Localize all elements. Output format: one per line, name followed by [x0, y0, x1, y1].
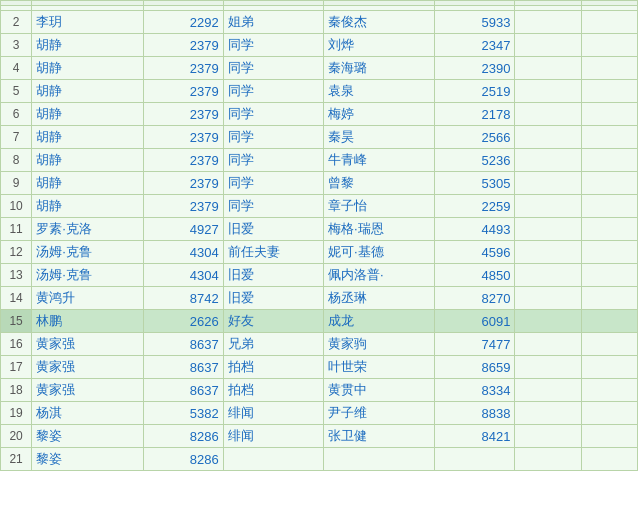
cell-subject[interactable]: 汤姆·克鲁	[32, 264, 143, 287]
cell-subject[interactable]: 黎姿	[32, 448, 143, 471]
cell-to-id[interactable]: 8270	[435, 287, 515, 310]
cell-to-id[interactable]: 4596	[435, 241, 515, 264]
cell-subject[interactable]: 黄家强	[32, 379, 143, 402]
table-row[interactable]: 9胡静2379同学曾黎5305	[1, 172, 638, 195]
cell-to-id[interactable]: 2347	[435, 34, 515, 57]
table-row[interactable]: 2李玥2292姐弟秦俊杰5933	[1, 11, 638, 34]
cell-from-id[interactable]: 8637	[143, 356, 223, 379]
cell-relation[interactable]: 旧爱	[223, 287, 323, 310]
cell-subject[interactable]: 胡静	[32, 172, 143, 195]
table-row[interactable]: 10胡静2379同学章子怡2259	[1, 195, 638, 218]
cell-relation[interactable]: 同学	[223, 195, 323, 218]
cell-subject[interactable]: 胡静	[32, 57, 143, 80]
cell-to-id[interactable]: 6091	[435, 310, 515, 333]
cell-from-id[interactable]: 2626	[143, 310, 223, 333]
cell-from-id[interactable]: 2379	[143, 126, 223, 149]
cell-object[interactable]: 黄家驹	[323, 333, 434, 356]
cell-relation[interactable]: 同学	[223, 57, 323, 80]
cell-relation[interactable]: 同学	[223, 126, 323, 149]
cell-to-id[interactable]: 5236	[435, 149, 515, 172]
cell-subject[interactable]: 胡静	[32, 126, 143, 149]
cell-to-id[interactable]: 5305	[435, 172, 515, 195]
cell-relation[interactable]: 绯闻	[223, 425, 323, 448]
cell-relation[interactable]: 旧爱	[223, 264, 323, 287]
cell-subject[interactable]: 黎姿	[32, 425, 143, 448]
cell-object[interactable]: 黄贯中	[323, 379, 434, 402]
cell-object[interactable]: 牛青峰	[323, 149, 434, 172]
cell-from-id[interactable]: 8286	[143, 425, 223, 448]
cell-to-id[interactable]: 8421	[435, 425, 515, 448]
cell-to-id[interactable]: 8838	[435, 402, 515, 425]
cell-from-id[interactable]: 8637	[143, 379, 223, 402]
cell-subject[interactable]: 罗素·克洛	[32, 218, 143, 241]
table-row[interactable]: 17黄家强8637拍档叶世荣8659	[1, 356, 638, 379]
table-row[interactable]: 3胡静2379同学刘烨2347	[1, 34, 638, 57]
table-row[interactable]: 7胡静2379同学秦昊2566	[1, 126, 638, 149]
cell-object[interactable]: 曾黎	[323, 172, 434, 195]
table-row[interactable]: 15林鹏2626好友成龙6091	[1, 310, 638, 333]
cell-subject[interactable]: 李玥	[32, 11, 143, 34]
cell-subject[interactable]: 汤姆·克鲁	[32, 241, 143, 264]
cell-from-id[interactable]: 8286	[143, 448, 223, 471]
cell-object[interactable]	[323, 448, 434, 471]
cell-object[interactable]: 妮可·基德	[323, 241, 434, 264]
table-row[interactable]: 12汤姆·克鲁4304前任夫妻妮可·基德4596	[1, 241, 638, 264]
cell-subject[interactable]: 杨淇	[32, 402, 143, 425]
cell-object[interactable]: 秦俊杰	[323, 11, 434, 34]
cell-object[interactable]: 秦昊	[323, 126, 434, 149]
cell-to-id[interactable]: 5933	[435, 11, 515, 34]
cell-from-id[interactable]: 2379	[143, 34, 223, 57]
cell-from-id[interactable]: 4304	[143, 241, 223, 264]
table-row[interactable]: 16黄家强8637兄弟黄家驹7477	[1, 333, 638, 356]
cell-subject[interactable]: 胡静	[32, 149, 143, 172]
table-row[interactable]: 4胡静2379同学秦海璐2390	[1, 57, 638, 80]
cell-from-id[interactable]: 8742	[143, 287, 223, 310]
cell-relation[interactable]	[223, 448, 323, 471]
cell-from-id[interactable]: 4304	[143, 264, 223, 287]
cell-object[interactable]: 成龙	[323, 310, 434, 333]
cell-from-id[interactable]: 8637	[143, 333, 223, 356]
cell-object[interactable]: 佩内洛普·	[323, 264, 434, 287]
cell-from-id[interactable]: 2379	[143, 172, 223, 195]
cell-object[interactable]: 梅婷	[323, 103, 434, 126]
cell-relation[interactable]: 同学	[223, 172, 323, 195]
cell-relation[interactable]: 同学	[223, 149, 323, 172]
cell-subject[interactable]: 胡静	[32, 80, 143, 103]
cell-subject[interactable]: 胡静	[32, 195, 143, 218]
cell-relation[interactable]: 同学	[223, 80, 323, 103]
cell-object[interactable]: 章子怡	[323, 195, 434, 218]
cell-to-id[interactable]: 7477	[435, 333, 515, 356]
cell-relation[interactable]: 同学	[223, 34, 323, 57]
cell-relation[interactable]: 拍档	[223, 356, 323, 379]
cell-to-id[interactable]: 2519	[435, 80, 515, 103]
cell-from-id[interactable]: 2379	[143, 80, 223, 103]
cell-subject[interactable]: 林鹏	[32, 310, 143, 333]
cell-from-id[interactable]: 2379	[143, 57, 223, 80]
table-row[interactable]: 8胡静2379同学牛青峰5236	[1, 149, 638, 172]
cell-from-id[interactable]: 2292	[143, 11, 223, 34]
cell-to-id[interactable]: 8334	[435, 379, 515, 402]
table-row[interactable]: 6胡静2379同学梅婷2178	[1, 103, 638, 126]
table-row[interactable]: 14黄鸿升8742旧爱杨丞琳8270	[1, 287, 638, 310]
cell-relation[interactable]: 好友	[223, 310, 323, 333]
cell-to-id[interactable]: 4850	[435, 264, 515, 287]
cell-subject[interactable]: 黄鸿升	[32, 287, 143, 310]
cell-subject[interactable]: 黄家强	[32, 356, 143, 379]
cell-subject[interactable]: 黄家强	[32, 333, 143, 356]
cell-to-id[interactable]: 8659	[435, 356, 515, 379]
cell-object[interactable]: 梅格·瑞恩	[323, 218, 434, 241]
cell-object[interactable]: 杨丞琳	[323, 287, 434, 310]
cell-from-id[interactable]: 2379	[143, 149, 223, 172]
table-row[interactable]: 11罗素·克洛4927旧爱梅格·瑞恩4493	[1, 218, 638, 241]
cell-object[interactable]: 刘烨	[323, 34, 434, 57]
cell-to-id[interactable]: 2566	[435, 126, 515, 149]
cell-object[interactable]: 秦海璐	[323, 57, 434, 80]
cell-relation[interactable]: 旧爱	[223, 218, 323, 241]
cell-to-id[interactable]: 2259	[435, 195, 515, 218]
cell-relation[interactable]: 前任夫妻	[223, 241, 323, 264]
cell-relation[interactable]: 绯闻	[223, 402, 323, 425]
table-row[interactable]: 18黄家强8637拍档黄贯中8334	[1, 379, 638, 402]
cell-object[interactable]: 袁泉	[323, 80, 434, 103]
cell-subject[interactable]: 胡静	[32, 34, 143, 57]
cell-object[interactable]: 叶世荣	[323, 356, 434, 379]
